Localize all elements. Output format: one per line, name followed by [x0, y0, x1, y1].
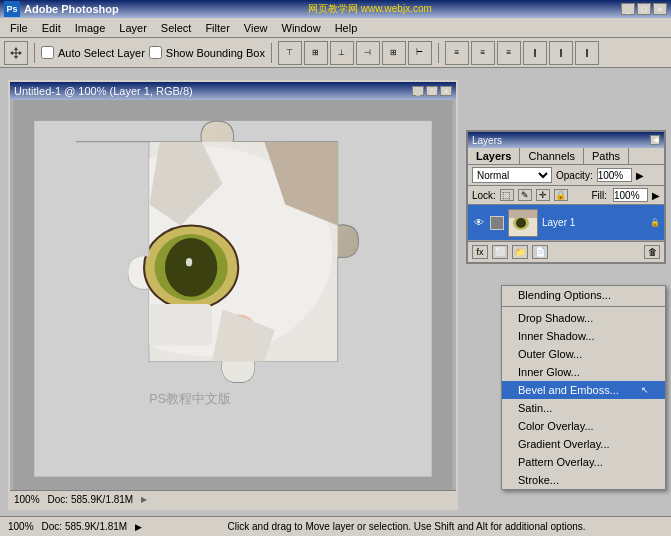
svg-point-14: [516, 218, 526, 228]
watermark: 网页教学网 www.webjx.com: [308, 2, 432, 16]
context-outer-glow[interactable]: Outer Glow...: [502, 345, 665, 363]
doc-close-button[interactable]: ×: [440, 86, 452, 96]
layers-bottom-bar: fx ⬜ 📁 📄 🗑: [468, 241, 664, 262]
menu-filter[interactable]: Filter: [199, 20, 235, 36]
context-gradient-overlay[interactable]: Gradient Overlay...: [502, 435, 665, 453]
add-mask-button[interactable]: ⬜: [492, 245, 508, 259]
doc-status-bar: 100% Doc: 585.9K/1.81M ▶: [10, 490, 456, 508]
menu-select[interactable]: Select: [155, 20, 198, 36]
status-arrow-button[interactable]: ▶: [135, 522, 142, 532]
menu-layer[interactable]: Layer: [113, 20, 153, 36]
minimize-button[interactable]: _: [621, 3, 635, 15]
align-vcenter-button[interactable]: ⊞: [304, 41, 328, 65]
doc-restore-button[interactable]: □: [426, 86, 438, 96]
menu-image[interactable]: Image: [69, 20, 112, 36]
layer-fx-button[interactable]: fx: [472, 245, 488, 259]
svg-rect-10: [149, 304, 212, 346]
tab-layers[interactable]: Layers: [468, 148, 520, 164]
lock-image-icon[interactable]: ✎: [518, 189, 532, 201]
align-hcenter-button[interactable]: ⊞: [382, 41, 406, 65]
context-inner-shadow[interactable]: Inner Shadow...: [502, 327, 665, 345]
window-controls: _ □ ×: [621, 3, 667, 15]
fill-arrow-icon: ▶: [652, 190, 660, 201]
opacity-input[interactable]: [597, 168, 632, 182]
move-tool-button[interactable]: [4, 41, 28, 65]
toolbar-separator-3: [438, 43, 439, 63]
svg-point-7: [186, 258, 192, 266]
zoom-level: 100%: [14, 494, 40, 505]
menu-view[interactable]: View: [238, 20, 274, 36]
app-status-bar: 100% Doc: 585.9K/1.81M ▶ Click and drag …: [0, 516, 671, 536]
close-button[interactable]: ×: [653, 3, 667, 15]
context-separator-1: [502, 306, 665, 307]
svg-rect-15: [509, 210, 537, 218]
layers-panel-controls: ◀: [650, 135, 660, 145]
context-stroke[interactable]: Stroke...: [502, 471, 665, 489]
layer-visibility-icon[interactable]: 👁: [472, 216, 486, 230]
dist-bottom-button[interactable]: ≡: [497, 41, 521, 65]
move-tool-icon: [8, 45, 24, 61]
layers-panel-title: Layers: [472, 135, 502, 146]
align-left-button[interactable]: ⊣: [356, 41, 380, 65]
context-bevel-emboss[interactable]: Bevel and Emboss... ↖: [502, 381, 665, 399]
toolbar-separator-2: [271, 43, 272, 63]
auto-select-checkbox[interactable]: [41, 46, 54, 59]
context-pattern-overlay[interactable]: Pattern Overlay...: [502, 453, 665, 471]
context-menu: Blending Options... Drop Shadow... Inner…: [501, 285, 666, 490]
app-title: Adobe Photoshop: [24, 3, 119, 15]
context-drop-shadow[interactable]: Drop Shadow...: [502, 309, 665, 327]
menu-edit[interactable]: Edit: [36, 20, 67, 36]
document-window: Untitled-1 @ 100% (Layer 1, RGB/8) _ □ ×: [8, 80, 458, 510]
maximize-button[interactable]: □: [637, 3, 651, 15]
lock-label: Lock:: [472, 190, 496, 201]
title-bar: Ps Adobe Photoshop 网页教学网 www.webjx.com _…: [0, 0, 671, 18]
lock-row: Lock: ⬚ ✎ ✛ 🔒 Fill: ▶: [468, 186, 664, 205]
menu-file[interactable]: File: [4, 20, 34, 36]
context-color-overlay[interactable]: Color Overlay...: [502, 417, 665, 435]
lock-transparent-icon[interactable]: ⬚: [500, 189, 514, 201]
dist-hc-button[interactable]: ‖: [549, 41, 573, 65]
canvas-content: PS教程中文版: [10, 100, 456, 508]
align-top-button[interactable]: ⊤: [278, 41, 302, 65]
delete-layer-button[interactable]: 🗑: [644, 245, 660, 259]
layer-name-label: Layer 1: [542, 217, 646, 228]
layers-collapse-button[interactable]: ◀: [650, 135, 660, 145]
opacity-arrow-icon: ▶: [636, 170, 644, 181]
toolbar-separator-1: [34, 43, 35, 63]
context-inner-glow[interactable]: Inner Glow...: [502, 363, 665, 381]
tab-channels[interactable]: Channels: [520, 148, 583, 164]
show-bounding-box-group: Show Bounding Box: [149, 46, 265, 59]
doc-controls: _ □ ×: [412, 86, 452, 96]
dist-vc-button[interactable]: ≡: [471, 41, 495, 65]
dist-top-button[interactable]: ≡: [445, 41, 469, 65]
blend-mode-select[interactable]: Normal Multiply Screen: [472, 167, 552, 183]
app-zoom-level: 100%: [8, 521, 34, 532]
align-right-button[interactable]: ⊢: [408, 41, 432, 65]
arrow-icon: ▶: [141, 495, 147, 504]
menu-bar: File Edit Image Layer Select Filter View…: [0, 18, 671, 38]
layers-panel: Layers ◀ Layers Channels Paths Normal Mu…: [466, 130, 666, 264]
new-group-button[interactable]: 📁: [512, 245, 528, 259]
align-bottom-button[interactable]: ⊥: [330, 41, 354, 65]
layer-thumbnail: [508, 209, 538, 237]
layer-item-1[interactable]: 👁 Layer 1 🔒: [468, 205, 664, 241]
layer-link-icon: [490, 216, 504, 230]
lock-all-icon[interactable]: 🔒: [554, 189, 568, 201]
menu-help[interactable]: Help: [329, 20, 364, 36]
toolbar: Auto Select Layer Show Bounding Box ⊤ ⊞ …: [0, 38, 671, 68]
auto-select-label: Auto Select Layer: [58, 47, 145, 59]
context-satin[interactable]: Satin...: [502, 399, 665, 417]
layer-lock-indicator: 🔒: [650, 218, 660, 228]
document-title-bar: Untitled-1 @ 100% (Layer 1, RGB/8) _ □ ×: [10, 82, 456, 100]
tab-paths[interactable]: Paths: [584, 148, 629, 164]
context-blending-options[interactable]: Blending Options...: [502, 286, 665, 304]
show-bounding-box-checkbox[interactable]: [149, 46, 162, 59]
dist-right-button[interactable]: ‖: [575, 41, 599, 65]
fill-input[interactable]: [613, 188, 648, 202]
dist-left-button[interactable]: ‖: [523, 41, 547, 65]
doc-minimize-button[interactable]: _: [412, 86, 424, 96]
lock-position-icon[interactable]: ✛: [536, 189, 550, 201]
menu-window[interactable]: Window: [276, 20, 327, 36]
new-layer-button[interactable]: 📄: [532, 245, 548, 259]
show-bounding-box-label: Show Bounding Box: [166, 47, 265, 59]
